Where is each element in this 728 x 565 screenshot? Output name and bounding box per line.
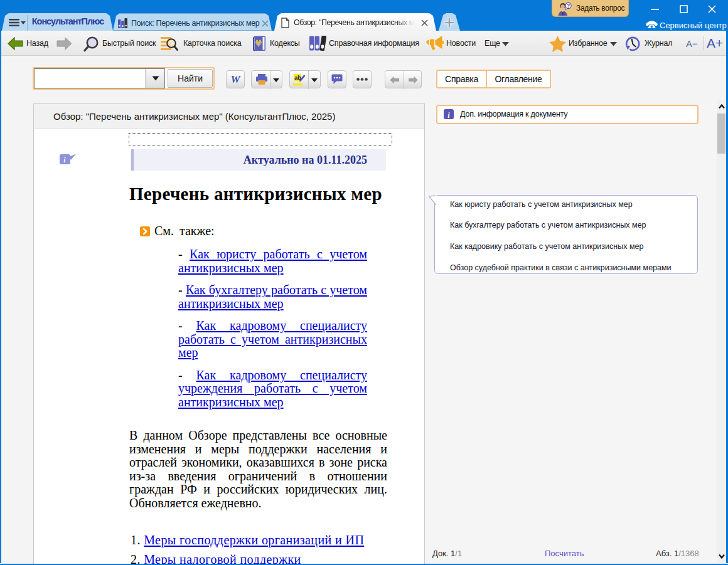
svg-text:?: ?: [567, 3, 570, 9]
